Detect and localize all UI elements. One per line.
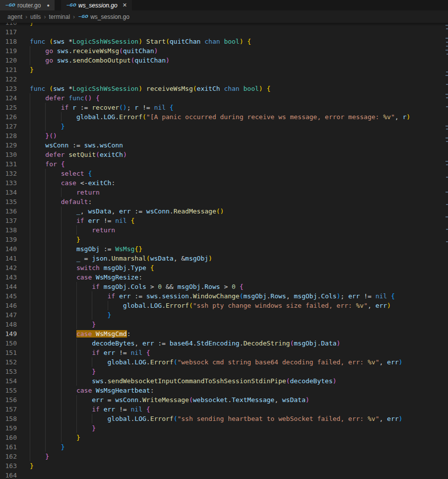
breadcrumb-item-terminal[interactable]: terminal [49, 13, 70, 20]
line-number[interactable]: 117 [0, 27, 17, 37]
code-line[interactable]: 161 } [0, 442, 448, 452]
line-number[interactable]: 118 [0, 37, 17, 46]
code-line[interactable]: 129 wsConn := sws.wsConn [0, 140, 448, 150]
line-number[interactable]: 147 [0, 310, 17, 320]
code-line[interactable]: 130 defer setQuit(exitCh) [0, 150, 448, 159]
breadcrumb-item-utils[interactable]: utils [30, 13, 41, 20]
code-line[interactable]: 141 _ = json.Unmarshal(wsData, &msgObj) [0, 254, 448, 263]
code-line[interactable]: 150 decodeBytes, err := base64.StdEncodi… [0, 339, 448, 348]
close-icon[interactable]: ✕ [123, 2, 127, 8]
line-number[interactable]: 126 [0, 112, 17, 122]
code-line[interactable]: 126 global.LOG.Errorf("[A panic occurred… [0, 112, 448, 122]
code-line[interactable]: 162 } [0, 452, 448, 461]
code-line[interactable]: 147 } [0, 310, 448, 320]
code-line[interactable]: 116} [0, 23, 448, 27]
line-number[interactable]: 145 [0, 291, 17, 301]
code-line[interactable]: 127 } [0, 122, 448, 131]
code-line[interactable]: 128 }() [0, 131, 448, 140]
line-number[interactable]: 156 [0, 395, 17, 405]
code-line[interactable]: 132 select { [0, 169, 448, 178]
code-line[interactable]: 135 default: [0, 197, 448, 206]
code-line[interactable]: 118func (sws *LogicSshWsSession) Start(q… [0, 37, 448, 46]
code-line[interactable]: 134 return [0, 188, 448, 197]
code-line[interactable]: 122 [0, 74, 448, 84]
code-line[interactable]: 121} [0, 65, 448, 74]
line-number[interactable]: 136 [0, 206, 17, 216]
code-line[interactable]: 139 } [0, 235, 448, 244]
line-number[interactable]: 134 [0, 188, 17, 197]
code-line[interactable]: 117 [0, 27, 448, 37]
line-number[interactable]: 149 [0, 329, 17, 339]
line-number[interactable]: 135 [0, 197, 17, 206]
line-number[interactable]: 148 [0, 320, 17, 329]
line-number[interactable]: 119 [0, 46, 17, 56]
line-number[interactable]: 116 [0, 23, 17, 27]
code-line[interactable]: 144 if msgObj.Cols > 0 && msgObj.Rows > … [0, 282, 448, 291]
line-number[interactable]: 159 [0, 423, 17, 433]
code-line[interactable]: 154 sws.sendWebsocketInputCommandToSshSe… [0, 376, 448, 386]
line-number[interactable]: 137 [0, 216, 17, 225]
code-line[interactable]: 137 if err != nil { [0, 216, 448, 225]
code-line[interactable]: 153 } [0, 367, 448, 376]
line-number[interactable]: 131 [0, 159, 17, 169]
code-line[interactable]: 142 switch msgObj.Type { [0, 263, 448, 273]
code-line[interactable]: 145 if err := sws.session.WindowChange(m… [0, 291, 448, 301]
code-line[interactable]: 156 err = wsConn.WriteMessage(websocket.… [0, 395, 448, 405]
code-line[interactable]: 136 _, wsData, err := wsConn.ReadMessage… [0, 206, 448, 216]
code-line[interactable]: 120 go sws.sendComboOutput(quitChan) [0, 56, 448, 65]
code-line[interactable]: 131 for { [0, 159, 448, 169]
code-line[interactable]: 133 case <-exitCh: [0, 178, 448, 188]
code-line[interactable]: 143 case WsMsgResize: [0, 273, 448, 282]
code-line[interactable]: 138 return [0, 225, 448, 235]
line-number[interactable]: 127 [0, 122, 17, 131]
editor[interactable]: 116}117118func (sws *LogicSshWsSession) … [0, 23, 448, 479]
line-number[interactable]: 123 [0, 84, 17, 93]
line-number[interactable]: 150 [0, 339, 17, 348]
line-number[interactable]: 124 [0, 93, 17, 103]
minimap[interactable] [445, 23, 448, 479]
code-line[interactable]: 160 } [0, 433, 448, 442]
line-number[interactable]: 151 [0, 348, 17, 357]
line-number[interactable]: 133 [0, 178, 17, 188]
line-number[interactable]: 122 [0, 74, 17, 84]
line-number[interactable]: 132 [0, 169, 17, 178]
code-line[interactable]: 148 } [0, 320, 448, 329]
line-number[interactable]: 141 [0, 254, 17, 263]
line-number[interactable]: 164 [0, 471, 17, 479]
line-number[interactable]: 154 [0, 376, 17, 386]
line-number[interactable]: 120 [0, 56, 17, 65]
line-number[interactable]: 140 [0, 244, 17, 254]
line-number[interactable]: 143 [0, 273, 17, 282]
line-number[interactable]: 138 [0, 225, 17, 235]
line-number[interactable]: 158 [0, 414, 17, 423]
line-number[interactable]: 157 [0, 405, 17, 414]
breadcrumb-item-agent[interactable]: agent [7, 13, 22, 20]
code-line[interactable]: 157 if err != nil { [0, 405, 448, 414]
line-number[interactable]: 155 [0, 386, 17, 395]
line-number[interactable]: 129 [0, 140, 17, 150]
tab-ws-session-go[interactable]: GO ws_session.go ✕ [61, 0, 132, 10]
code-line[interactable]: 146 global.LOG.Errorf("ssh pty change wi… [0, 301, 448, 310]
modified-dot-icon[interactable]: ● [47, 3, 49, 8]
line-number[interactable]: 139 [0, 235, 17, 244]
code-line[interactable]: 159 } [0, 423, 448, 433]
line-number[interactable]: 152 [0, 357, 17, 367]
line-number[interactable]: 153 [0, 367, 17, 376]
code-line[interactable]: 124 defer func() { [0, 93, 448, 103]
code-line[interactable]: 151 if err != nil { [0, 348, 448, 357]
line-number[interactable]: 130 [0, 150, 17, 159]
tab-router-go[interactable]: GO router.go ● [0, 0, 55, 10]
line-number[interactable]: 125 [0, 103, 17, 112]
line-number[interactable]: 144 [0, 282, 17, 291]
line-number[interactable]: 162 [0, 452, 17, 461]
code-line[interactable]: 163} [0, 461, 448, 471]
line-number[interactable]: 128 [0, 131, 17, 140]
line-number[interactable]: 161 [0, 442, 17, 452]
code-line[interactable]: 164 [0, 471, 448, 479]
breadcrumb-item-file[interactable]: GO ws_session.go [78, 13, 129, 20]
code-line[interactable]: 149 case WsMsgCmd: [0, 329, 448, 339]
line-number[interactable]: 121 [0, 65, 17, 74]
code-line[interactable]: 158 global.LOG.Errorf("ssh sending heart… [0, 414, 448, 423]
code-line[interactable]: 140 msgObj := WsMsg{} [0, 244, 448, 254]
code-line[interactable]: 155 case WsMsgHeartbeat: [0, 386, 448, 395]
